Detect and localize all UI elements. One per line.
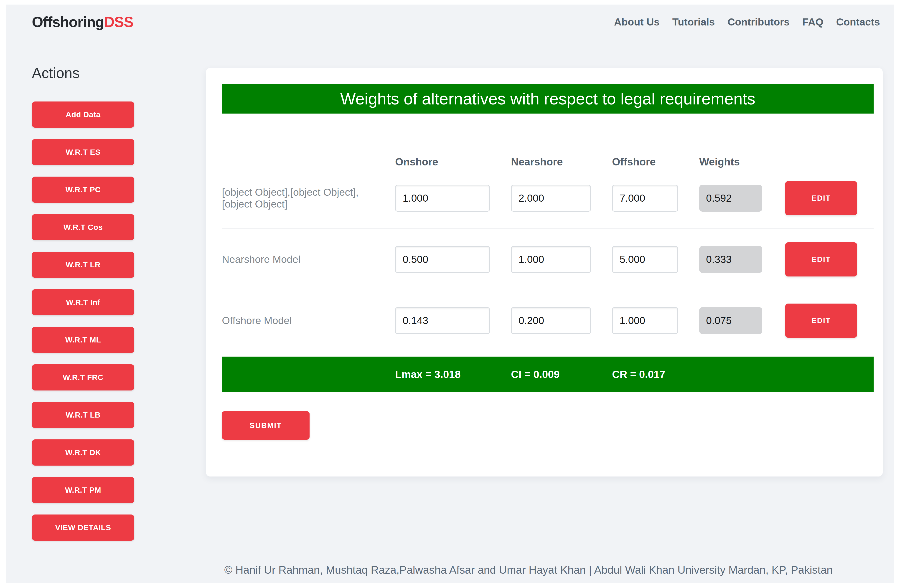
main-layout: Actions Add Data W.R.T ES W.R.T PC W.R.T…: [6, 31, 894, 552]
brand-accent: DSS: [104, 14, 133, 30]
sidebar-button-wrt-es[interactable]: W.R.T ES: [32, 139, 134, 165]
sidebar-button-wrt-ml[interactable]: W.R.T ML: [32, 327, 134, 353]
consistency-stats-bar: Lmax = 3.018 CI = 0.009 CR = 0.017: [222, 357, 874, 392]
matrix-input-r0c2[interactable]: [612, 185, 678, 212]
sidebar-button-view-details[interactable]: VIEW DETAILS: [32, 515, 134, 541]
sidebar-button-wrt-lb[interactable]: W.R.T LB: [32, 402, 134, 428]
nav-links: About Us Tutorials Contributors FAQ Cont…: [614, 16, 880, 28]
matrix-input-r2c0[interactable]: [395, 307, 490, 334]
nav-item-about-us[interactable]: About Us: [614, 16, 659, 28]
matrix-input-r0c1[interactable]: [511, 185, 591, 212]
sidebar-button-wrt-lr[interactable]: W.R.T LR: [32, 252, 134, 278]
matrix-input-r1c0[interactable]: [395, 246, 490, 273]
stat-ci: CI = 0.009: [511, 368, 591, 380]
column-header-weights: Weights: [699, 156, 764, 168]
page: OffshoringDSS About Us Tutorials Contrib…: [6, 5, 894, 583]
sidebar-button-add-data[interactable]: Add Data: [32, 101, 134, 128]
stat-cr: CR = 0.017: [612, 368, 678, 380]
weight-value-nearshore: 0.333: [699, 246, 762, 273]
nav-item-tutorials[interactable]: Tutorials: [672, 16, 715, 28]
column-header-onshore: Onshore: [395, 156, 490, 168]
sidebar-button-wrt-frc[interactable]: W.R.T FRC: [32, 364, 134, 391]
matrix-input-r2c2[interactable]: [612, 307, 678, 334]
nav-item-contributors[interactable]: Contributors: [728, 16, 789, 28]
column-header-offshore: Offshore: [612, 156, 678, 168]
table-row: Nearshore Model 0.333 EDIT: [222, 229, 874, 290]
row-label-nearshore-model: Nearshore Model: [222, 253, 374, 265]
sidebar-button-wrt-pc[interactable]: W.R.T PC: [32, 177, 134, 203]
row-label-offshore-model: Offshore Model: [222, 315, 374, 327]
edit-button-nearshore[interactable]: EDIT: [785, 242, 857, 276]
row-label-onshore-model: [object Object],[object Object],[object …: [222, 186, 374, 210]
table-row: Offshore Model 0.075 EDIT: [222, 290, 874, 351]
sidebar-button-wrt-cos[interactable]: W.R.T Cos: [32, 214, 134, 240]
edit-button-onshore[interactable]: EDIT: [785, 181, 857, 215]
actions-sidebar: Actions Add Data W.R.T ES W.R.T PC W.R.T…: [6, 65, 206, 552]
panel-title-banner: Weights of alternatives with respect to …: [222, 84, 874, 113]
weights-card: Weights of alternatives with respect to …: [206, 68, 883, 476]
submit-button[interactable]: SUBMIT: [222, 411, 310, 440]
nav-item-faq[interactable]: FAQ: [802, 16, 824, 28]
weight-value-offshore: 0.075: [699, 307, 762, 334]
sidebar-button-wrt-inf[interactable]: W.R.T Inf: [32, 289, 134, 315]
sidebar-button-wrt-pm[interactable]: W.R.T PM: [32, 477, 134, 503]
brand-logo[interactable]: OffshoringDSS: [32, 14, 133, 31]
nav-item-contacts[interactable]: Contacts: [836, 16, 880, 28]
table-row: [object Object],[object Object],[object …: [222, 168, 874, 229]
sidebar-title: Actions: [32, 65, 206, 81]
matrix-input-r0c0[interactable]: [395, 185, 490, 212]
stat-lmax: Lmax = 3.018: [395, 368, 490, 380]
brand-primary: Offshoring: [32, 14, 104, 30]
table-header-row: Onshore Nearshore Offshore Weights: [222, 156, 874, 168]
navbar: OffshoringDSS About Us Tutorials Contrib…: [6, 5, 894, 31]
matrix-input-r1c2[interactable]: [612, 246, 678, 273]
edit-button-offshore[interactable]: EDIT: [785, 304, 857, 338]
sidebar-button-wrt-dk[interactable]: W.R.T DK: [32, 439, 134, 465]
matrix-input-r2c1[interactable]: [511, 307, 591, 334]
weight-value-onshore: 0.592: [699, 185, 762, 212]
footer-credit: © Hanif Ur Rahman, Mushtaq Raza,Palwasha…: [166, 564, 891, 576]
column-header-nearshore: Nearshore: [511, 156, 591, 168]
matrix-input-r1c1[interactable]: [511, 246, 591, 273]
